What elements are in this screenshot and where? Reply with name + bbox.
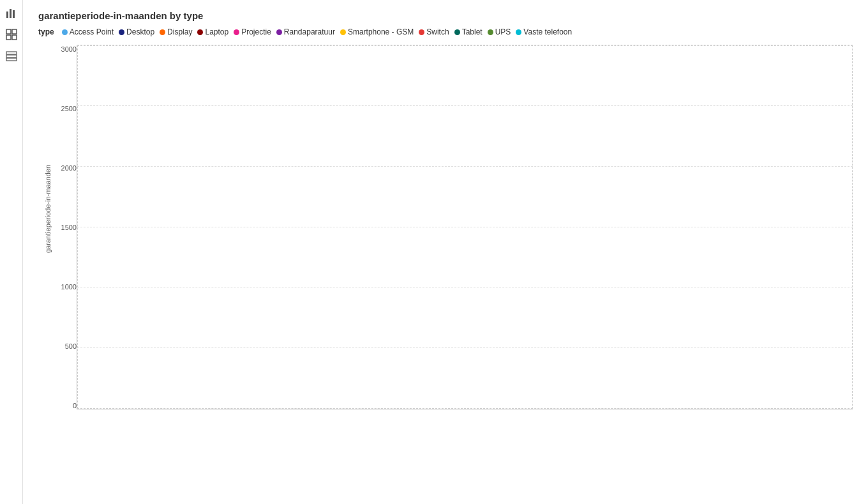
legend-dot-tablet	[454, 29, 460, 35]
svg-rect-8	[6, 55, 17, 57]
svg-rect-5	[6, 35, 11, 40]
legend-item-randaparatuur: Randaparatuur	[276, 27, 335, 36]
y-tick-1000: 1000	[61, 283, 77, 291]
y-tick-2000: 2000	[61, 164, 77, 172]
svg-rect-3	[6, 29, 11, 34]
chart-title: garantieperiode-in-maanden by type	[38, 10, 853, 21]
legend-item-vaste-telefoon: Vaste telefoon	[516, 27, 572, 36]
svg-rect-2	[13, 10, 15, 18]
svg-rect-9	[6, 58, 17, 61]
legend-text-display: Display	[167, 27, 192, 36]
legend-text-projectie: Projectie	[241, 27, 271, 36]
legend-dot-laptop	[197, 29, 203, 35]
legend-item-projectie: Projectie	[234, 27, 271, 36]
y-tick-1500: 1500	[61, 224, 77, 231]
legend-dot-ups	[488, 29, 493, 35]
sidebar	[0, 0, 23, 504]
legend-text-randaparatuur: Randaparatuur	[284, 27, 335, 36]
svg-rect-0	[6, 11, 8, 18]
bar-chart-icon[interactable]	[5, 6, 18, 19]
legend-label: type	[38, 27, 54, 36]
legend-text-switch: Switch	[426, 27, 449, 36]
legend-item-display: Display	[160, 27, 192, 36]
legend-item-tablet: Tablet	[454, 27, 483, 36]
svg-rect-6	[12, 35, 17, 40]
main-content: garantieperiode-in-maanden by type type …	[23, 0, 868, 504]
grid-icon[interactable]	[5, 28, 18, 41]
bars-container	[77, 45, 853, 409]
legend-item-access-point: Access Point	[62, 27, 114, 36]
plot-area	[77, 45, 853, 409]
legend-dot-desktop	[119, 29, 124, 35]
svg-rect-7	[6, 52, 17, 54]
y-axis-ticks: 0 500 1000 1500 2000 2500 3000	[48, 45, 77, 409]
legend: type Access Point Desktop Display Laptop…	[38, 27, 853, 36]
svg-rect-1	[10, 9, 11, 18]
legend-dot-display	[160, 29, 165, 35]
legend-text-ups: UPS	[495, 27, 511, 36]
legend-item-laptop: Laptop	[197, 27, 228, 36]
legend-dot-vaste-telefoon	[516, 29, 521, 35]
chart-area: garantieperiode-in-maanden 0 500 1000 15…	[38, 45, 853, 429]
svg-rect-4	[12, 29, 17, 34]
legend-item-smartphone: Smartphone - GSM	[340, 27, 414, 36]
legend-text-smartphone: Smartphone - GSM	[348, 27, 414, 36]
y-tick-2500: 2500	[61, 105, 77, 112]
legend-text-tablet: Tablet	[462, 27, 483, 36]
y-tick-500: 500	[65, 342, 77, 350]
legend-dot-projectie	[234, 29, 239, 35]
legend-item-switch: Switch	[419, 27, 449, 36]
legend-dot-smartphone	[340, 29, 346, 35]
legend-item-desktop: Desktop	[119, 27, 154, 36]
layers-icon[interactable]	[5, 50, 18, 63]
legend-item-ups: UPS	[488, 27, 511, 36]
legend-text-desktop: Desktop	[126, 27, 154, 36]
legend-dot-switch	[419, 29, 424, 35]
legend-dot-access-point	[62, 29, 68, 35]
legend-text-vaste-telefoon: Vaste telefoon	[523, 27, 572, 36]
legend-text-access-point: Access Point	[70, 27, 114, 36]
legend-dot-randaparatuur	[276, 29, 282, 35]
y-tick-3000: 3000	[61, 45, 77, 53]
legend-text-laptop: Laptop	[205, 27, 228, 36]
